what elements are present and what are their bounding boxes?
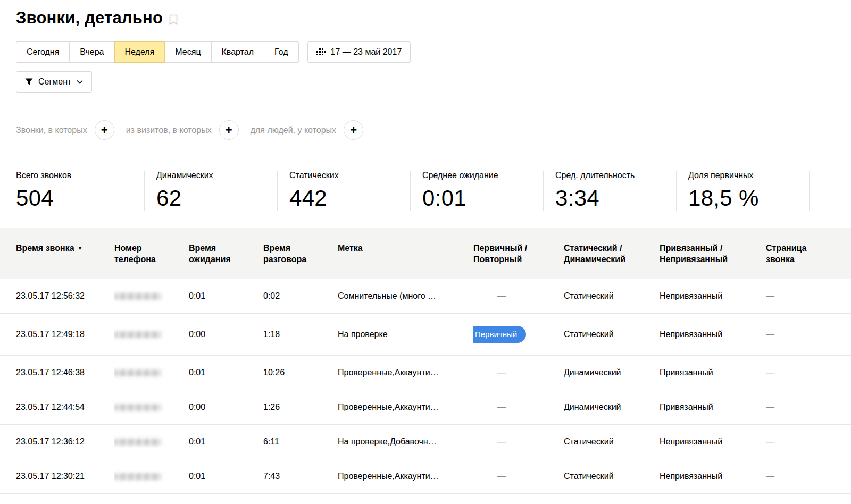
cell-primary: — xyxy=(473,390,564,425)
cell-primary: — xyxy=(473,425,564,459)
sort-desc-icon: ▼ xyxy=(78,245,83,251)
metric-value: 504 xyxy=(16,186,139,211)
cell-page: — xyxy=(766,279,851,314)
funnel-icon xyxy=(25,78,33,86)
col-header-primary[interactable]: Первичный / Повторный xyxy=(473,228,564,279)
chevron-down-icon xyxy=(77,80,83,84)
cell-wait: 0:00 xyxy=(189,390,263,425)
bookmark-icon[interactable] xyxy=(169,14,178,26)
cell-page: — xyxy=(766,425,851,459)
cell-page: — xyxy=(766,356,851,390)
segment-label: Сегмент xyxy=(38,77,71,87)
col-header-label[interactable]: Метка xyxy=(338,228,473,279)
phone-number-redacted xyxy=(114,473,161,480)
call-row[interactable]: 23.05.17 12:44:54 0:00 1:26 Проверенные,… xyxy=(0,390,851,425)
cell-primary: — xyxy=(473,279,564,314)
add-people-filter-button[interactable]: + xyxy=(344,120,363,140)
tab-year[interactable]: Год xyxy=(264,41,298,63)
cell-static: Динамический xyxy=(564,356,660,390)
cell-phone xyxy=(114,425,189,459)
plus-icon: + xyxy=(101,124,108,136)
page-title: Звонки, детально xyxy=(16,9,163,28)
metric-label: Статических xyxy=(289,171,405,180)
col-header-phone[interactable]: Номер телефона xyxy=(114,228,189,279)
summary-metrics: Всего звонков 504 Динамических 62 Статич… xyxy=(0,171,851,211)
cell-call-time: 23.05.17 12:46:38 xyxy=(0,356,114,390)
filter-calls-label: Звонки, в которых xyxy=(16,125,87,135)
cell-attached: Непривязанный xyxy=(660,314,766,356)
phone-number-redacted xyxy=(114,331,161,338)
cell-phone xyxy=(114,459,189,494)
cell-talk: 0:02 xyxy=(263,279,338,314)
col-header-call-time[interactable]: Время звонка▼ xyxy=(0,228,114,279)
call-row[interactable]: 23.05.17 12:36:12 0:01 6:11 На проверке,… xyxy=(0,425,851,459)
metric-label: Среднее ожидание xyxy=(422,171,538,180)
filter-visits-label: из визитов, в которых xyxy=(126,125,212,135)
tab-month[interactable]: Месяц xyxy=(165,41,211,63)
cell-label: На проверке,Добавочн… xyxy=(338,425,473,459)
cell-static: Статический xyxy=(564,459,660,494)
col-header-attached[interactable]: Привязанный / Непривязанный xyxy=(660,228,766,279)
call-row[interactable]: 23.05.17 12:46:38 0:01 10:26 Проверенные… xyxy=(0,356,851,390)
metric-value: 18,5 % xyxy=(688,186,804,211)
cell-label: Проверенные,Аккаунти… xyxy=(338,356,473,390)
metric-avg-wait: Среднее ожидание 0:01 xyxy=(411,171,544,211)
cell-static: Статический xyxy=(564,314,660,356)
table-header-row: Время звонка▼ Номер телефона Время ожида… xyxy=(0,228,851,279)
cell-talk: 10:26 xyxy=(263,356,338,390)
metric-value: 3:34 xyxy=(555,186,671,211)
col-header-page[interactable]: Страница звонка xyxy=(766,228,851,279)
add-call-filter-button[interactable]: + xyxy=(95,120,114,140)
tab-week[interactable]: Неделя xyxy=(114,41,165,63)
cell-primary: Первичный xyxy=(473,314,564,356)
cell-attached: Привязанный xyxy=(660,356,766,390)
segmentation-filter-bar: Звонки, в которых + из визитов, в которы… xyxy=(16,120,835,140)
col-header-static[interactable]: Статический / Динамический xyxy=(564,228,660,279)
call-row[interactable]: 23.05.17 12:30:21 0:01 7:43 Проверенные,… xyxy=(0,459,851,494)
period-tab-group: Сегодня Вчера Неделя Месяц Квартал Год xyxy=(16,41,299,63)
phone-number-redacted xyxy=(114,404,161,411)
cell-static: Статический xyxy=(564,279,660,314)
period-toolbar: Сегодня Вчера Неделя Месяц Квартал Год 1… xyxy=(16,41,835,63)
cell-call-time: 23.05.17 12:44:54 xyxy=(0,390,114,425)
cell-phone xyxy=(114,314,189,356)
tab-yesterday[interactable]: Вчера xyxy=(70,41,114,63)
cell-attached: Непривязанный xyxy=(660,279,766,314)
date-range-label: 17 — 23 май 2017 xyxy=(331,47,402,57)
cell-label: Сомнительные (много … xyxy=(338,279,473,314)
tab-quarter[interactable]: Квартал xyxy=(212,41,264,63)
date-range-button[interactable]: 17 — 23 май 2017 xyxy=(307,41,411,63)
cell-wait: 0:01 xyxy=(189,279,263,314)
phone-number-redacted xyxy=(114,439,161,446)
cell-talk: 7:43 xyxy=(263,459,338,494)
filter-people-label: для людей, у которых xyxy=(251,125,336,135)
cell-call-time: 23.05.17 12:36:12 xyxy=(0,425,114,459)
call-row[interactable]: 23.05.17 12:56:32 0:01 0:02 Сомнительные… xyxy=(0,279,851,314)
cell-static: Статический xyxy=(564,425,660,459)
col-header-wait[interactable]: Время ожидания xyxy=(189,228,263,279)
segment-button[interactable]: Сегмент xyxy=(16,71,92,93)
metric-label: Доля первичных xyxy=(688,171,804,180)
tab-today[interactable]: Сегодня xyxy=(16,41,70,63)
add-visit-filter-button[interactable]: + xyxy=(219,120,239,140)
metric-first-call-share: Доля первичных 18,5 % xyxy=(677,171,810,211)
call-row[interactable]: 23.05.17 12:49:18 0:00 1:18 На проверке … xyxy=(0,314,851,356)
cell-label: Проверенные,Аккаунти… xyxy=(338,390,473,425)
cell-call-time: 23.05.17 12:49:18 xyxy=(0,314,114,356)
metric-label: Динамических xyxy=(156,171,272,180)
calendar-grid-icon xyxy=(316,48,326,56)
cell-page: — xyxy=(766,459,851,494)
metric-total-calls: Всего звонков 504 xyxy=(16,171,145,211)
phone-number-redacted xyxy=(114,369,161,376)
cell-primary: — xyxy=(473,459,564,494)
cell-attached: Непривязанный xyxy=(660,459,766,494)
metric-value: 442 xyxy=(289,186,405,211)
metric-label: Сред. длительность xyxy=(555,171,671,180)
metric-static: Статических 442 xyxy=(278,171,411,211)
metric-avg-duration: Сред. длительность 3:34 xyxy=(544,171,677,211)
calls-table: Время звонка▼ Номер телефона Время ожида… xyxy=(0,228,851,494)
cell-talk: 6:11 xyxy=(263,425,338,459)
cell-wait: 0:00 xyxy=(189,314,263,356)
col-header-talk[interactable]: Время разговора xyxy=(263,228,338,279)
metric-label: Всего звонков xyxy=(16,171,139,180)
